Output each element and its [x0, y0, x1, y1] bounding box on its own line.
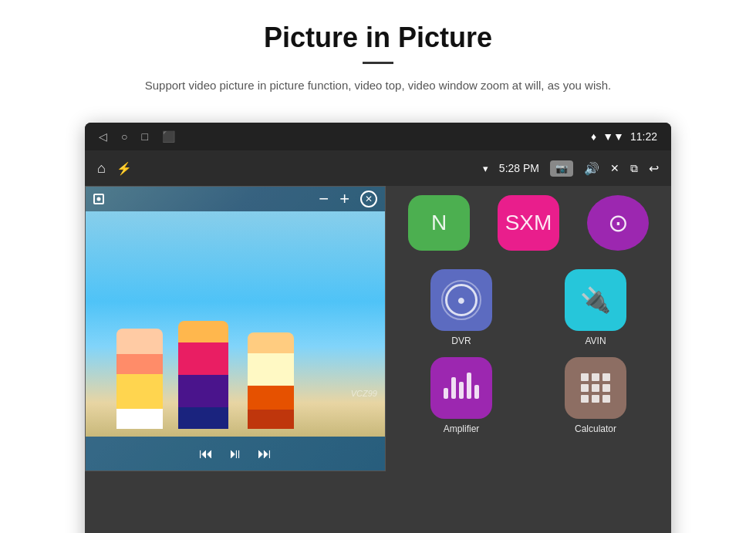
pip-play-button[interactable]: ⏯ [228, 446, 242, 462]
pip-rewind-button[interactable]: ⏮ [199, 446, 213, 462]
menu-nav-icon[interactable]: ⬛ [162, 130, 175, 143]
app-siriusxm-partial[interactable]: SXM [488, 195, 569, 255]
pip-video[interactable]: − + ✕ VCZ99 ⏮ ⏯ ⏭ [85, 186, 386, 471]
back-icon[interactable]: ↩ [649, 161, 659, 176]
close-btn[interactable]: ✕ [610, 162, 619, 174]
siriusxm-icon: SXM [498, 195, 559, 251]
app-amplifier[interactable]: Amplifier [398, 357, 525, 434]
pip-scene: VCZ99 [86, 211, 385, 437]
person2 [178, 321, 228, 429]
home-nav-icon[interactable]: ○ [121, 130, 127, 143]
amplifier-icon [430, 357, 492, 419]
app-row-dvr: DVR 🔌 AVIN [386, 255, 671, 346]
volume-icon[interactable]: 🔊 [584, 161, 599, 176]
home-icon[interactable]: ⌂ [97, 160, 106, 177]
app-wheelkey-partial[interactable]: ⊙ [577, 195, 659, 255]
avin-icon: 🔌 [565, 269, 626, 331]
app-grid: N SXM ⊙ [386, 186, 671, 533]
app-row-partial: N SXM ⊙ [386, 186, 671, 255]
back-nav-icon[interactable]: ◁ [99, 130, 107, 143]
recents-nav-icon[interactable]: □ [141, 130, 147, 143]
calculator-label: Calculator [575, 423, 616, 434]
status-bar: ◁ ○ □ ⬛ ♦ ▼▼ 11:22 [85, 123, 671, 150]
signal-icon: ▼▼ [602, 130, 624, 143]
watermark: VCZ99 [351, 389, 377, 398]
camera-button[interactable]: 📷 [550, 160, 573, 177]
pip-top-bar: − + ✕ [86, 187, 385, 211]
pip-close-button[interactable]: ✕ [360, 191, 377, 207]
device-content: − + ✕ VCZ99 ⏮ ⏯ ⏭ [85, 186, 671, 533]
title-divider [363, 62, 393, 64]
dvr-icon [430, 269, 492, 331]
pip-forward-button[interactable]: ⏭ [258, 446, 272, 462]
duplicate-icon[interactable]: ⧉ [630, 162, 638, 175]
pip-shrink-button[interactable]: − [319, 189, 329, 209]
pip-bottom-bar[interactable]: ⏮ ⏯ ⏭ [86, 437, 385, 471]
app-dvr[interactable]: DVR [398, 269, 525, 346]
wheelkey-icon: ⊙ [587, 195, 649, 251]
app-toolbar: ⌂ ⚡ ▾ 5:28 PM 📷 🔊 ✕ ⧉ ↩ [85, 150, 671, 186]
pip-record-area [93, 194, 104, 204]
clock: 11:22 [630, 130, 657, 143]
device-frame: ◁ ○ □ ⬛ ♦ ▼▼ 11:22 ⌂ ⚡ ▾ 5:28 PM 📷 🔊 ✕ ⧉… [85, 123, 671, 533]
usb-icon: ⚡ [116, 161, 132, 176]
app-netflix-partial[interactable]: N [398, 195, 480, 255]
location-icon: ♦ [591, 130, 596, 143]
dvr-label: DVR [451, 336, 471, 346]
wifi-icon: ▾ [483, 163, 488, 174]
person1 [116, 329, 163, 429]
toolbar-time: 5:28 PM [499, 162, 539, 174]
toolbar-right: ▾ 5:28 PM 📷 🔊 ✕ ⧉ ↩ [483, 160, 659, 177]
page-title: Picture in Picture [46, 22, 710, 54]
pip-controls[interactable]: − + ✕ [319, 189, 377, 209]
app-row-amp: Amplifier [386, 346, 671, 434]
app-calculator[interactable]: Calculator [532, 357, 659, 434]
page-subtitle: Support video picture in picture functio… [85, 76, 671, 95]
page-header: Picture in Picture Support video picture… [0, 0, 756, 109]
status-icons: ♦ ▼▼ 11:22 [591, 130, 657, 143]
netflix-icon: N [408, 195, 470, 251]
nav-buttons: ◁ ○ □ ⬛ [99, 130, 175, 143]
avin-label: AVIN [585, 336, 606, 346]
amplifier-label: Amplifier [444, 423, 480, 434]
toolbar-left: ⌂ ⚡ [97, 160, 132, 177]
calculator-icon [565, 357, 626, 419]
app-avin[interactable]: 🔌 AVIN [532, 269, 659, 346]
person3 [248, 332, 294, 429]
pip-grow-button[interactable]: + [339, 189, 349, 209]
pip-record-icon [93, 194, 104, 204]
